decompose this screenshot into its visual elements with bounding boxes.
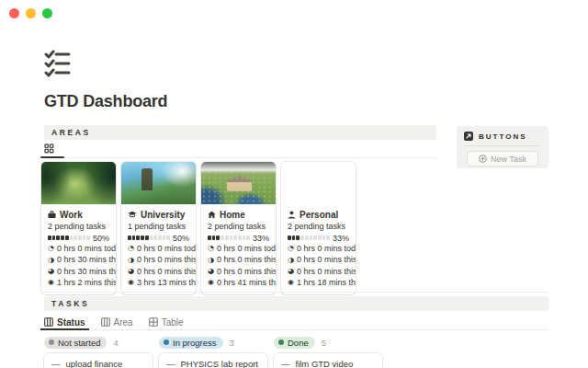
board-view-icon <box>101 317 110 327</box>
areas-view-switcher <box>44 142 436 158</box>
task-title: PHYSICS lab report <box>181 359 258 368</box>
three-quarter-circle-icon: ◕ <box>128 268 134 275</box>
half-circle-icon: ◑ <box>128 257 134 264</box>
quarter-circle-icon: ◔ <box>48 245 54 252</box>
area-card-personal[interactable]: Personal 2 pending tasks 33% ◔0 hrs 0 mi… <box>281 162 356 294</box>
window-controls <box>9 8 52 18</box>
buttons-heading: BUTTONS <box>479 132 527 141</box>
card-cover-image <box>121 162 196 204</box>
progress-percent: 50% <box>93 234 109 243</box>
status-badge[interactable]: Not started <box>44 337 107 349</box>
half-circle-icon: ◑ <box>288 257 294 264</box>
time-year: ◉1 hrs 2 mins this year <box>48 277 109 288</box>
progress-bar: 50% <box>128 233 189 243</box>
circle-plus-icon <box>479 155 487 163</box>
time-month: ◕0 hrs 0 mins this month <box>128 266 189 277</box>
progress-bar: 33% <box>208 233 269 243</box>
progress-percent: 33% <box>253 234 269 243</box>
time-year: ◉1 hrs 18 mins this year <box>288 277 349 288</box>
progress-percent: 33% <box>333 234 349 243</box>
full-circle-icon: ◉ <box>288 279 294 286</box>
page-title: GTD Dashboard <box>44 92 167 111</box>
gallery-view-icon <box>44 144 54 154</box>
house-icon <box>208 211 216 219</box>
three-quarter-circle-icon: ◕ <box>48 268 54 275</box>
time-today: ◔0 hrs 0 mins today <box>48 243 109 254</box>
time-month: ◕0 hrs 0 mins this month <box>208 266 269 277</box>
quarter-circle-icon: ◔ <box>288 245 294 252</box>
status-badge[interactable]: Done <box>274 337 315 349</box>
time-today: ◔0 hrs 0 mins today <box>208 243 269 254</box>
time-month: ◕0 hrs 0 mins this month <box>288 266 349 277</box>
task-card[interactable]: — upload finance tracker on gumroad <box>44 353 153 368</box>
card-cover-image <box>201 162 276 204</box>
buttons-callout: BUTTONS New Task <box>457 126 548 168</box>
checklist-icon[interactable] <box>44 50 72 77</box>
table-view-icon <box>149 317 158 327</box>
new-task-button[interactable]: New Task <box>467 151 538 167</box>
tab-area[interactable]: Area <box>101 315 133 329</box>
time-today: ◔0 hrs 0 mins today <box>288 243 349 254</box>
areas-heading: AREAS <box>44 125 436 140</box>
area-card-home[interactable]: Home 2 pending tasks 33% ◔0 hrs 0 mins t… <box>201 162 276 294</box>
status-dot-icon <box>278 339 284 345</box>
pending-tasks: 2 pending tasks <box>288 221 349 233</box>
card-cover-empty <box>281 162 356 204</box>
time-week: ◑0 hrs 0 mins this week <box>208 254 269 265</box>
quarter-circle-icon: ◔ <box>128 245 134 252</box>
active-view-underline <box>40 156 64 158</box>
column-count: 5 <box>322 338 326 348</box>
area-name: Home <box>220 210 245 220</box>
pending-tasks: 2 pending tasks <box>48 221 109 233</box>
areas-section: AREAS Work 2 <box>44 125 436 294</box>
progress-bar: 50% <box>48 233 109 243</box>
pending-tasks: 2 pending tasks <box>208 221 269 233</box>
full-circle-icon: ◉ <box>128 279 134 286</box>
kanban-column-not-started: Not started 4 — upload finance tracker o… <box>44 336 153 368</box>
tasks-section: TASKS Status Area <box>44 292 548 368</box>
time-month: ◕0 hrs 30 mins this month <box>48 266 109 277</box>
gallery-view-tab[interactable] <box>44 144 54 154</box>
progress-percent: 50% <box>173 234 189 243</box>
new-task-label: New Task <box>491 155 526 164</box>
tasks-view-tabs: Status Area Table <box>44 315 548 330</box>
button-block-icon <box>464 132 473 141</box>
minimize-window-button[interactable] <box>26 8 36 18</box>
tab-status[interactable]: Status <box>44 315 85 329</box>
tab-label: Status <box>57 317 85 328</box>
status-badge[interactable]: In progress <box>159 337 223 349</box>
three-quarter-circle-icon: ◕ <box>208 268 214 275</box>
tab-label: Area <box>114 317 133 328</box>
dash-page-icon: — <box>166 359 175 368</box>
briefcase-icon <box>48 211 56 219</box>
card-cover-image <box>41 162 116 204</box>
three-quarter-circle-icon: ◕ <box>288 268 294 275</box>
divider <box>464 145 541 146</box>
status-dot-icon <box>164 339 169 345</box>
time-year: ◉0 hrs 41 mins this year <box>208 277 269 288</box>
dash-page-icon: — <box>281 359 290 368</box>
full-circle-icon: ◉ <box>208 279 214 286</box>
area-name: University <box>141 210 185 220</box>
time-week: ◑0 hrs 0 mins this week <box>128 254 189 265</box>
maximize-window-button[interactable] <box>42 8 52 18</box>
task-title: film GTD video tutorial <box>296 359 376 368</box>
pending-tasks: 1 pending tasks <box>128 221 189 233</box>
area-name: Personal <box>300 210 338 220</box>
status-dot-icon <box>49 339 54 345</box>
quarter-circle-icon: ◔ <box>208 245 214 252</box>
time-year: ◉3 hrs 13 mins this year <box>128 277 189 288</box>
area-card-work[interactable]: Work 2 pending tasks 50% ◔0 hrs 0 mins t… <box>41 162 116 294</box>
column-count: 4 <box>113 338 118 348</box>
close-window-button[interactable] <box>9 8 19 18</box>
task-card[interactable]: — film GTD video tutorial <box>274 353 382 368</box>
area-card-university[interactable]: University 1 pending tasks 50% ◔0 hrs 0 … <box>121 162 196 294</box>
tab-label: Table <box>162 317 184 328</box>
dash-page-icon: — <box>51 359 61 368</box>
person-icon <box>288 211 296 219</box>
time-week: ◑0 hrs 0 mins this week <box>288 254 349 265</box>
kanban-column-done: Done 5 — film GTD video tutorial <box>274 336 382 368</box>
tab-table[interactable]: Table <box>149 315 184 329</box>
task-card[interactable]: — PHYSICS lab report <box>159 353 267 368</box>
time-today: ◔0 hrs 0 mins today <box>128 243 189 254</box>
